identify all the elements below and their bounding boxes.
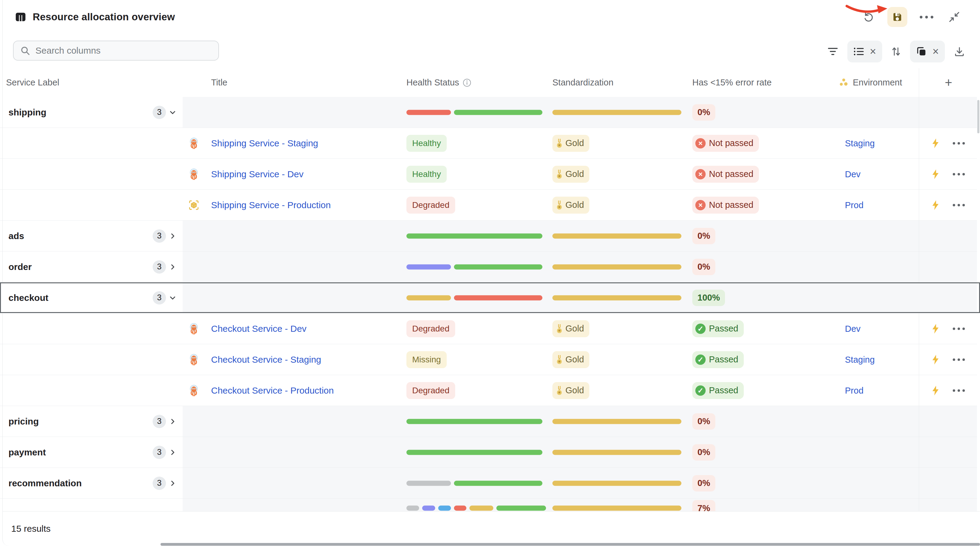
group-row[interactable]: pricing30%: [0, 406, 980, 437]
copy-stack-icon[interactable]: [916, 46, 927, 57]
standardization-bar: [552, 481, 681, 486]
lightning-icon[interactable]: [931, 137, 940, 149]
group-count-badge[interactable]: 3: [153, 106, 166, 119]
chevron-right-icon[interactable]: [169, 479, 177, 487]
service-label-cell: checkout3: [0, 283, 183, 313]
service-row[interactable]: Shipping Service - DevHealthyGold×Not pa…: [0, 159, 980, 190]
lightning-icon[interactable]: [931, 323, 940, 335]
row-more-icon[interactable]: [953, 142, 965, 145]
health-segment-gold: [469, 506, 493, 511]
info-icon[interactable]: [463, 78, 471, 87]
service-row[interactable]: Shipping Service - ProductionDegradedGol…: [0, 190, 980, 220]
environment-link[interactable]: Prod: [845, 385, 864, 395]
chevron-right-icon[interactable]: [169, 448, 177, 457]
row-more-icon[interactable]: [953, 204, 965, 206]
group-count-badge[interactable]: 3: [153, 260, 166, 274]
sort-button[interactable]: [891, 46, 901, 57]
group-label: ads: [8, 231, 24, 241]
service-row[interactable]: Shipping Service - StagingHealthyGold×No…: [0, 128, 980, 159]
group-count-badge[interactable]: 3: [153, 229, 166, 243]
environment-link[interactable]: Dev: [845, 169, 861, 179]
health-status-badge: Missing: [406, 351, 447, 368]
service-title-link[interactable]: Shipping Service - Staging: [211, 138, 318, 148]
collapse-button[interactable]: [945, 8, 963, 26]
group-count-badge[interactable]: 3: [153, 446, 166, 459]
chevron-down-icon[interactable]: [169, 108, 177, 117]
service-label-cell: recommendation3: [0, 468, 183, 498]
column-header-environment[interactable]: Environment: [838, 68, 902, 97]
group-row[interactable]: payment30%: [0, 437, 980, 468]
horizontal-scrollbar[interactable]: [161, 543, 980, 546]
more-options-button[interactable]: [918, 8, 935, 26]
group-count-badge[interactable]: 3: [153, 415, 166, 428]
group-count-badge[interactable]: 3: [153, 291, 166, 305]
standardization-bar: [552, 264, 681, 269]
row-more-icon[interactable]: [953, 173, 965, 176]
column-header-standardization[interactable]: Standardization: [552, 68, 614, 97]
group-row[interactable]: checkout3100%: [0, 283, 980, 313]
group-row[interactable]: recommendation30%: [0, 468, 980, 499]
standardization-bar: [552, 233, 681, 238]
row-more-icon[interactable]: [953, 390, 965, 392]
environment-link[interactable]: Staging: [845, 354, 875, 364]
download-icon: [954, 46, 965, 57]
group-label: pricing: [8, 416, 39, 426]
health-segment-gray: [406, 481, 451, 486]
health-segment-green: [406, 450, 542, 455]
chevron-down-icon[interactable]: [169, 294, 177, 302]
group-by-pill[interactable]: ×: [847, 41, 882, 62]
group-row[interactable]: shipping30%: [0, 97, 980, 128]
lightning-icon[interactable]: [931, 200, 940, 211]
group-row[interactable]: ads30%: [0, 220, 980, 251]
service-row[interactable]: Checkout Service - DevDegradedGold✓Passe…: [0, 313, 980, 344]
column-header-health-status[interactable]: Health Status: [406, 68, 471, 97]
column-header-title[interactable]: Title: [211, 68, 228, 97]
undo-icon: [862, 11, 874, 23]
add-column-button[interactable]: +: [940, 68, 957, 97]
service-row[interactable]: Checkout Service - ProductionDegradedGol…: [0, 375, 980, 406]
search-columns-input[interactable]: [35, 45, 194, 56]
stack-pill[interactable]: ×: [910, 41, 945, 62]
health-distribution-bar: [406, 481, 542, 486]
search-columns-box[interactable]: [13, 41, 219, 61]
clear-stack-icon[interactable]: ×: [932, 46, 939, 57]
health-distribution-bar: [406, 450, 542, 455]
clear-group-by-icon[interactable]: ×: [870, 46, 876, 57]
save-view-button[interactable]: [887, 7, 907, 27]
standardization-badge: Gold: [552, 166, 589, 183]
column-header-error-rate[interactable]: Has <15% error rate: [692, 68, 772, 97]
health-distribution-bar: [406, 295, 542, 300]
service-title-link[interactable]: Shipping Service - Dev: [211, 169, 304, 179]
service-title-link[interactable]: Checkout Service - Production: [211, 385, 334, 396]
lightning-icon[interactable]: [931, 385, 940, 396]
page-title: Resource allocation overview: [33, 11, 175, 23]
service-title-link[interactable]: Checkout Service - Staging: [211, 354, 321, 365]
environment-link[interactable]: Dev: [845, 324, 861, 334]
lightning-icon[interactable]: [931, 354, 940, 366]
service-title-link[interactable]: Checkout Service - Dev: [211, 324, 307, 334]
group-count-badge[interactable]: 3: [153, 477, 166, 490]
row-more-icon[interactable]: [953, 358, 965, 361]
check-circle-icon: ✓: [695, 354, 706, 365]
service-row[interactable]: Checkout Service - StagingMissingGold✓Pa…: [0, 344, 980, 375]
check-label: Passed: [709, 385, 738, 395]
table-footer: 15 results: [2, 511, 980, 546]
standardization-label: Gold: [565, 385, 584, 395]
standardization-badge: Gold: [552, 196, 589, 214]
lightning-icon[interactable]: [931, 168, 940, 180]
column-header-service-label[interactable]: Service Label: [6, 68, 59, 97]
service-title-link[interactable]: Shipping Service - Production: [211, 200, 331, 210]
list-icon[interactable]: [853, 47, 864, 56]
group-row[interactable]: order30%: [0, 251, 980, 283]
health-status-badge: Healthy: [406, 166, 447, 183]
row-more-icon[interactable]: [953, 327, 965, 330]
chevron-right-icon[interactable]: [169, 232, 177, 240]
filter-button[interactable]: [827, 47, 838, 56]
environment-link[interactable]: Prod: [845, 200, 864, 210]
environment-link[interactable]: Staging: [845, 138, 875, 148]
chevron-right-icon[interactable]: [169, 417, 177, 426]
download-button[interactable]: [954, 46, 965, 57]
vertical-scrollbar[interactable]: [977, 100, 979, 133]
chevron-right-icon[interactable]: [169, 263, 177, 271]
undo-button[interactable]: [859, 8, 877, 26]
